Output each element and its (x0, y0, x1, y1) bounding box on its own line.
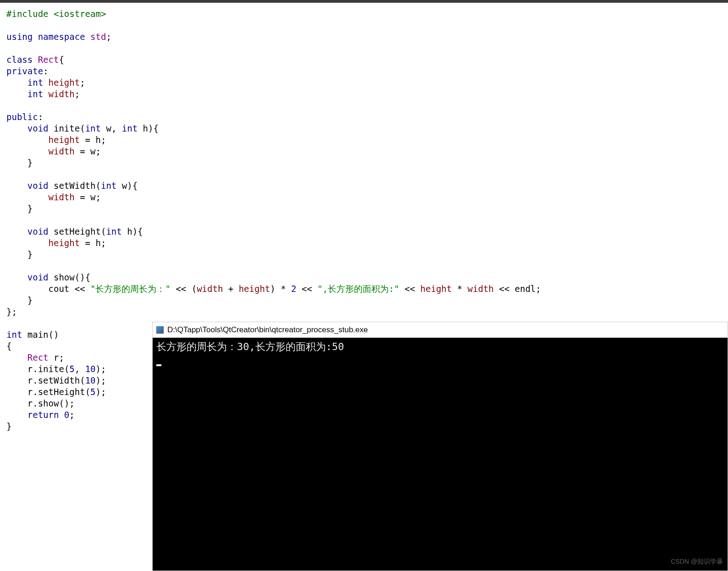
kw-void: void (28, 123, 49, 133)
console-output[interactable]: 长方形的周长为：30,长方形的面积为:50 CSDN @知识学暴 (153, 338, 728, 571)
kw-using: using (6, 32, 33, 42)
func-setwidth: setWidth (54, 181, 96, 191)
console-titlebar[interactable]: D:\QTapp\Tools\QtCreator\bin\qtcreator_p… (153, 322, 728, 338)
kw-public: public (6, 112, 38, 122)
console-line: 长方形的周长为：30,长方形的面积为:50 (156, 340, 724, 353)
member-width: width (49, 89, 75, 99)
kw-private: private (6, 66, 43, 76)
class-name: Rect (38, 55, 59, 65)
member-height: height (49, 77, 80, 88)
watermark: CSDN @知识学暴 (671, 555, 723, 568)
console-title: D:\QTapp\Tools\QtCreator\bin\qtcreator_p… (167, 325, 368, 335)
kw-void: void (28, 181, 49, 191)
kw-void: void (28, 272, 49, 282)
kw-int: int (28, 77, 43, 88)
kw-class: class (6, 55, 33, 65)
kw-int: int (6, 329, 22, 340)
ident-cout: cout (49, 284, 70, 294)
kw-void: void (28, 226, 49, 236)
preproc-include: #include (6, 9, 49, 19)
func-setheight: setHeight (54, 226, 101, 236)
string-area: ",长方形的面积为:" (317, 284, 399, 294)
kw-int: int (28, 89, 43, 99)
kw-namespace: namespace (38, 32, 85, 42)
kw-return: return (28, 410, 59, 420)
func-inite: inite (54, 123, 80, 133)
ident-std: std (90, 32, 106, 42)
console-cursor (156, 364, 161, 366)
func-main: main (28, 329, 49, 340)
console-window[interactable]: D:\QTapp\Tools\QtCreator\bin\qtcreator_p… (152, 322, 728, 571)
func-show: show (54, 272, 75, 282)
string-perimeter: "长方形的周长为：" (90, 284, 171, 294)
include-header: <iostream> (54, 9, 106, 19)
terminal-icon (156, 326, 164, 334)
